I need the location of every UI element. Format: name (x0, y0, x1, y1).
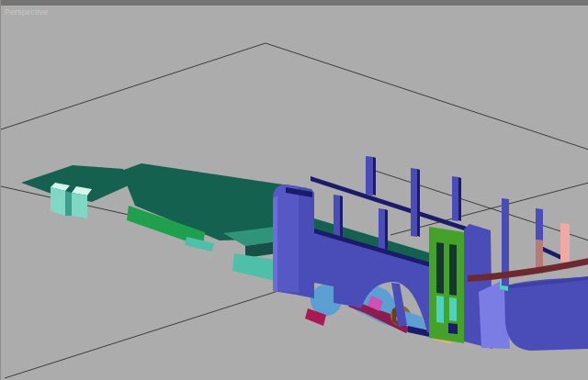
frame-slot-cyan-1 (436, 296, 444, 323)
trailer-bracket-shadow (65, 191, 72, 216)
model-canvas[interactable] (1, 0, 588, 380)
ladder-frame (429, 227, 464, 343)
stake-post-3 (452, 176, 458, 221)
stake-post-1 (366, 156, 373, 196)
stake-post-2 (411, 168, 417, 237)
stake-post-5-edge (385, 209, 388, 250)
front-bumper (504, 277, 588, 351)
stake-post-5 (379, 208, 385, 250)
frame-body (429, 227, 464, 343)
stake-post-3-edge (458, 177, 461, 221)
side-wall-edge-highlight (273, 196, 277, 292)
viewport-label: Perspective (5, 7, 48, 17)
stake-post-2-edge (417, 169, 420, 237)
stake-post-4-edge (340, 196, 343, 237)
front-stake-2-top (536, 208, 543, 240)
frame-slot-dark-1 (436, 242, 444, 294)
frame-navy-bit (448, 323, 458, 334)
frame-slot-cyan-2 (449, 297, 457, 321)
stake-post-1-edge (373, 157, 376, 196)
front-post-pink (560, 223, 570, 263)
trailer-bracket-front-right (72, 193, 87, 218)
3d-viewport[interactable]: Perspective (0, 0, 588, 380)
trailer-bracket-front-left (51, 187, 65, 216)
stake-post-4 (334, 195, 340, 237)
viewport-titlebar (1, 0, 588, 6)
frame-slot-dark-2 (449, 244, 457, 296)
